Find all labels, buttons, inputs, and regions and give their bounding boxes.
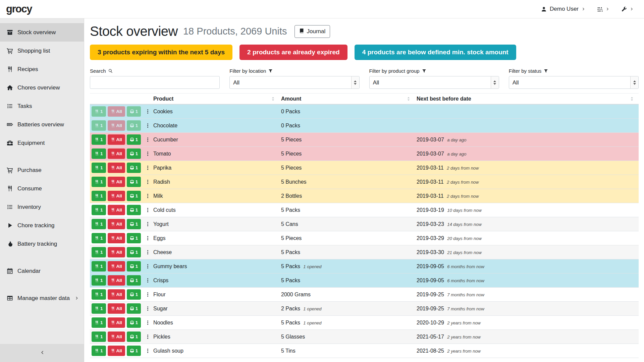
open-one-button[interactable]: 1 — [127, 303, 141, 314]
consume-one-button[interactable]: 1 — [92, 303, 106, 314]
sidebar-item-tasks[interactable]: Tasks — [0, 97, 84, 115]
row-menu-button[interactable] — [144, 150, 152, 157]
amount-column-header[interactable]: Amount — [280, 96, 415, 102]
row-menu-button[interactable] — [144, 221, 152, 228]
row-menu-button[interactable] — [144, 263, 152, 270]
consume-all-button[interactable]: All — [108, 331, 125, 342]
consume-all-button[interactable]: All — [108, 134, 125, 145]
alert-below-min-stock[interactable]: 4 products are below defined min. stock … — [355, 45, 516, 60]
consume-one-button[interactable]: 1 — [92, 317, 106, 328]
consume-all-button[interactable]: All — [108, 205, 125, 215]
open-one-button[interactable]: 1 — [127, 106, 141, 117]
consume-all-button[interactable]: All — [108, 191, 125, 201]
sidebar-item-calendar[interactable]: Calendar — [0, 262, 84, 280]
open-one-button[interactable]: 1 — [127, 317, 141, 328]
sidebar-item-chore-tracking[interactable]: Chore tracking — [0, 216, 84, 235]
open-one-button[interactable]: 1 — [127, 219, 141, 229]
sidebar-item-manage-master-data[interactable]: Manage master data — [0, 289, 84, 307]
admin-menu[interactable] — [621, 6, 634, 12]
consume-one-button[interactable]: 1 — [92, 177, 106, 187]
settings-menu[interactable] — [597, 6, 610, 12]
user-menu[interactable]: Demo User — [541, 6, 586, 12]
consume-all-button[interactable]: All — [108, 120, 125, 131]
consume-one-button[interactable]: 1 — [92, 106, 106, 117]
consume-all-button[interactable]: All — [108, 163, 125, 173]
consume-all-button[interactable]: All — [108, 219, 125, 229]
row-menu-button[interactable] — [144, 164, 152, 171]
open-one-button[interactable]: 1 — [127, 120, 141, 131]
open-one-button[interactable]: 1 — [127, 148, 141, 159]
row-menu-button[interactable] — [144, 333, 152, 340]
sidebar-collapse-button[interactable] — [0, 344, 84, 362]
location-select[interactable]: All — [229, 76, 359, 89]
consume-one-button[interactable]: 1 — [92, 219, 106, 229]
row-menu-button[interactable] — [144, 305, 152, 312]
consume-all-button[interactable]: All — [108, 275, 125, 286]
row-menu-button[interactable] — [144, 192, 152, 199]
sidebar-item-stock-overview[interactable]: Stock overview — [0, 23, 84, 42]
sidebar-item-consume[interactable]: Consume — [0, 179, 84, 198]
consume-one-button[interactable]: 1 — [92, 120, 106, 131]
search-input[interactable] — [90, 76, 220, 89]
sidebar-item-purchase[interactable]: Purchase — [0, 161, 84, 179]
consume-all-button[interactable]: All — [108, 317, 125, 328]
sidebar-item-recipes[interactable]: Recipes — [0, 60, 84, 78]
product-group-select[interactable]: All — [369, 76, 499, 89]
consume-all-button[interactable]: All — [108, 303, 125, 314]
consume-one-button[interactable]: 1 — [92, 289, 106, 300]
consume-all-button[interactable]: All — [108, 233, 125, 243]
consume-all-button[interactable]: All — [108, 346, 125, 356]
alert-expiring-soon[interactable]: 3 products expiring within the next 5 da… — [90, 45, 232, 60]
row-menu-button[interactable] — [144, 291, 152, 298]
open-one-button[interactable]: 1 — [127, 205, 141, 215]
consume-one-button[interactable]: 1 — [92, 191, 106, 201]
open-one-button[interactable]: 1 — [127, 247, 141, 257]
row-menu-button[interactable] — [144, 178, 152, 185]
row-menu-button[interactable] — [144, 136, 152, 143]
consume-one-button[interactable]: 1 — [92, 233, 106, 243]
consume-one-button[interactable]: 1 — [92, 275, 106, 286]
consume-all-button[interactable]: All — [108, 177, 125, 187]
date-column-header[interactable]: Next best before date — [415, 96, 639, 102]
consume-one-button[interactable]: 1 — [92, 331, 106, 342]
open-one-button[interactable]: 1 — [127, 261, 141, 272]
open-one-button[interactable]: 1 — [127, 191, 141, 201]
consume-one-button[interactable]: 1 — [92, 148, 106, 159]
sidebar-item-batteries-overview[interactable]: Batteries overview — [0, 115, 84, 134]
consume-all-button[interactable]: All — [108, 148, 125, 159]
row-menu-button[interactable] — [144, 108, 152, 115]
sidebar-item-shopping-list[interactable]: Shopping list — [0, 42, 84, 60]
open-one-button[interactable]: 1 — [127, 275, 141, 286]
consume-one-button[interactable]: 1 — [92, 163, 106, 173]
consume-one-button[interactable]: 1 — [92, 134, 106, 145]
consume-all-button[interactable]: All — [108, 247, 125, 257]
product-column-header[interactable]: Product — [152, 96, 280, 102]
sidebar-item-inventory[interactable]: Inventory — [0, 198, 84, 216]
app-logo[interactable]: grocy — [6, 3, 32, 15]
row-menu-button[interactable] — [144, 347, 152, 354]
journal-button[interactable]: Journal — [294, 25, 330, 38]
consume-one-button[interactable]: 1 — [92, 247, 106, 257]
consume-one-button[interactable]: 1 — [92, 261, 106, 272]
row-menu-button[interactable] — [144, 122, 152, 129]
row-menu-button[interactable] — [144, 319, 152, 326]
consume-one-button[interactable]: 1 — [92, 205, 106, 215]
row-menu-button[interactable] — [144, 277, 152, 284]
open-one-button[interactable]: 1 — [127, 163, 141, 173]
consume-all-button[interactable]: All — [108, 106, 125, 117]
row-menu-button[interactable] — [144, 206, 152, 214]
sidebar-item-equipment[interactable]: Equipment — [0, 134, 84, 152]
open-one-button[interactable]: 1 — [127, 233, 141, 243]
open-one-button[interactable]: 1 — [127, 346, 141, 356]
row-menu-button[interactable] — [144, 235, 152, 242]
status-select[interactable]: All — [509, 76, 639, 89]
consume-all-button[interactable]: All — [108, 289, 125, 300]
row-menu-button[interactable] — [144, 249, 152, 256]
open-one-button[interactable]: 1 — [127, 289, 141, 300]
sidebar-item-chores-overview[interactable]: Chores overview — [0, 78, 84, 97]
alert-expired[interactable]: 2 products are already expired — [239, 45, 347, 60]
open-one-button[interactable]: 1 — [127, 331, 141, 342]
open-one-button[interactable]: 1 — [127, 134, 141, 145]
sidebar-item-battery-tracking[interactable]: Battery tracking — [0, 235, 84, 253]
consume-one-button[interactable]: 1 — [92, 346, 106, 356]
